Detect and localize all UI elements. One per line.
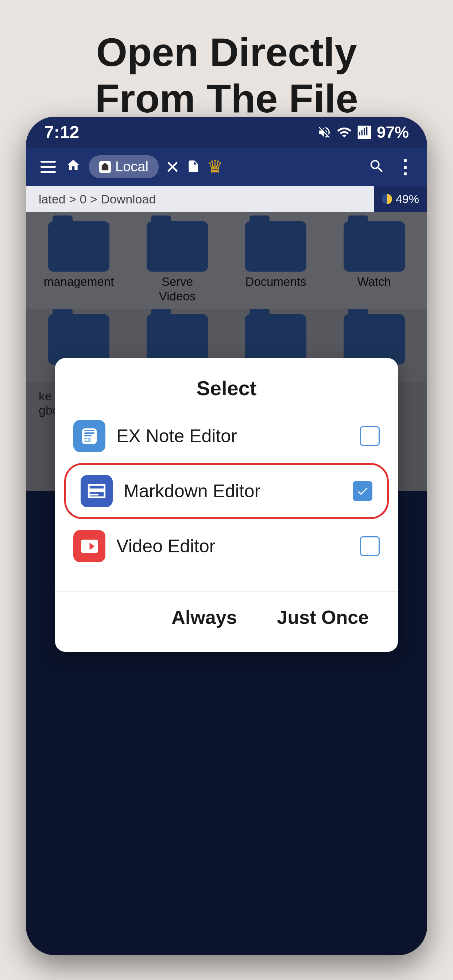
crown-icon[interactable]: ♛ [207,156,223,178]
search-button[interactable] [368,158,385,176]
phone-frame: 7:12 97% [26,117,427,955]
wifi-icon [337,125,352,140]
video-editor-icon [73,530,105,562]
signal-icon [357,125,372,140]
local-tab-label: Local [115,159,148,175]
dialog-overlay: Select EX EX Note Editor [26,212,427,955]
local-tab[interactable]: Local [89,155,159,178]
mute-icon [317,125,332,140]
header-line1: Open Directly [96,30,357,75]
more-button[interactable]: ⋮ [396,158,414,177]
nav-bar: Local ✕ ♛ ⋮ [26,148,427,186]
breadcrumb-bar: lated > 0 > Download 49% [26,186,427,212]
always-button[interactable]: Always [168,603,240,632]
status-bar: 7:12 97% [26,117,427,148]
ex-note-editor-item[interactable]: EX EX Note Editor [55,409,398,463]
ex-note-icon: EX [73,420,105,452]
doc-icon[interactable] [187,159,200,175]
storage-badge: 49% [374,186,427,212]
status-icons: 97% [317,123,409,142]
page-background: Open Directly From The File Explorer 7:1… [0,0,453,980]
select-dialog: Select EX EX Note Editor [55,358,398,652]
close-tab-button[interactable]: ✕ [165,157,180,177]
markdown-editor-label: Markdown Editor [124,480,342,502]
markdown-editor-item[interactable]: Markdown Editor [66,465,387,517]
markdown-editor-checkbox[interactable] [353,481,372,501]
breadcrumb-path: lated > 0 > Download [39,192,156,206]
home-icon[interactable] [66,158,81,176]
storage-percent: 49% [396,192,419,206]
video-editor-checkbox[interactable] [360,536,380,556]
status-time: 7:12 [44,122,79,142]
hamburger-button[interactable] [39,159,57,175]
dialog-actions: Always Just Once [55,591,398,652]
markdown-editor-highlight-wrapper: Markdown Editor [64,463,389,519]
markdown-editor-icon [81,475,113,507]
ex-note-checkbox[interactable] [360,426,380,446]
video-editor-item[interactable]: Video Editor [55,519,398,573]
video-editor-label: Video Editor [116,536,349,557]
dialog-title: Select [55,358,398,409]
just-once-button[interactable]: Just Once [274,603,372,632]
battery-level: 97% [377,123,409,142]
ex-note-label: EX Note Editor [116,425,349,447]
